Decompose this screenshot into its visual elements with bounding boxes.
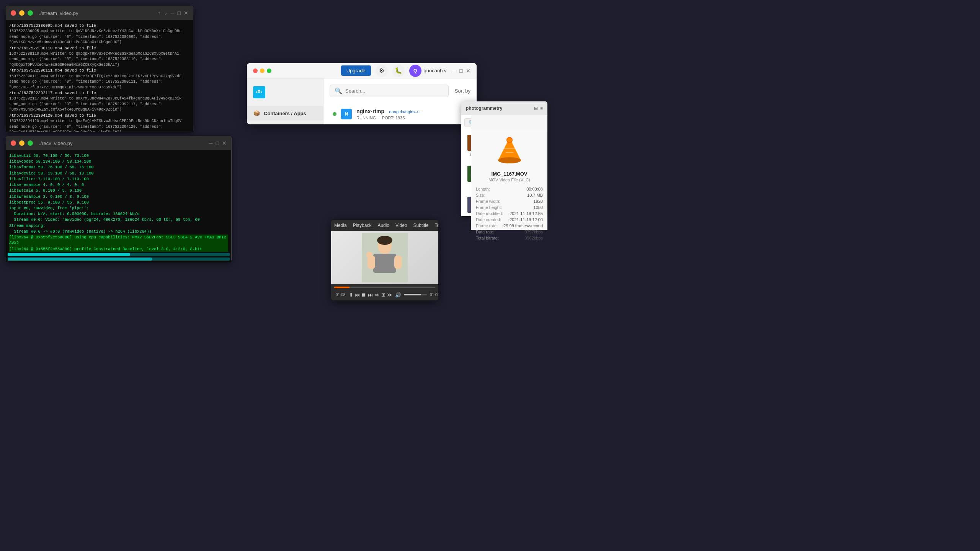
- vlc-menu-video[interactable]: Video: [395, 223, 407, 228]
- vlc-stop-button[interactable]: ⏹: [361, 290, 366, 299]
- file-detail-bitrate: Total bitrate: 9962kbps: [476, 236, 543, 240]
- upgrade-button[interactable]: Upgrade: [341, 65, 371, 76]
- file-detail-name: IMG_1167.MOV: [476, 171, 543, 177]
- win-minimize-icon[interactable]: ─: [453, 68, 457, 74]
- vlc-menu-subtitle[interactable]: Subtitle: [413, 223, 429, 228]
- terminal-tabs: + ⌄: [155, 10, 168, 16]
- vlc-button-row: 01:08 ⏸ ⏮ ⏹ ⏭ ≪ ⊞ ≫ 🔊 01:00: [334, 290, 435, 299]
- vlc-prev-button[interactable]: ⏮: [355, 290, 360, 299]
- filemanager-window[interactable]: photogrammetry ⊞ ≡ 🔍: [461, 101, 547, 216]
- terminal-restore-icon[interactable]: □: [178, 10, 181, 16]
- vlc-slow-button[interactable]: ≪: [374, 290, 380, 299]
- terminal-recv-body: libavutil 56. 70.100 / 56. 70.100 libavc…: [6, 150, 231, 252]
- maximize-button[interactable]: [28, 10, 33, 16]
- containers-icon: 📦: [253, 110, 260, 117]
- svg-point-22: [498, 157, 521, 163]
- vlc-frame-step-button[interactable]: ⊞: [381, 290, 385, 299]
- list-view-icon[interactable]: ≡: [540, 106, 543, 111]
- win-restore-icon[interactable]: □: [460, 68, 463, 74]
- filemanager-search[interactable]: 🔍: [464, 118, 471, 127]
- sidebar-item-images[interactable]: 🖼 Images: [247, 121, 323, 124]
- docker-close-button[interactable]: [253, 68, 258, 73]
- user-menu[interactable]: Q quocanh v: [409, 65, 447, 77]
- docker-search-box[interactable]: 🔍: [330, 85, 449, 97]
- docker-logo: [253, 86, 265, 98]
- terminal-stream-titlebar: ./stream_video.py + ⌄ ─ □ ✕: [6, 6, 193, 20]
- vlc-menu-media[interactable]: Media: [334, 223, 347, 228]
- user-avatar: Q: [409, 65, 421, 77]
- container-row-nginx[interactable]: N nginx-rtmp dangelo/nginx-r... RUNNING …: [330, 103, 470, 124]
- vlc-menu-audio[interactable]: Audio: [377, 223, 389, 228]
- vlc-video-area: [331, 231, 438, 284]
- svg-rect-27: [373, 254, 396, 273]
- terminal-minimize-icon[interactable]: ─: [171, 10, 175, 16]
- file-detail-panel: IMG_1167.MOV MOV Video File (VLC) Length…: [471, 129, 547, 230]
- terminal-close-icon[interactable]: ✕: [184, 10, 188, 16]
- docker-maximize-button[interactable]: [267, 68, 271, 73]
- vlc-menubar: Media Playback Audio Video Subtitle Tool…: [331, 220, 438, 231]
- terminal-restore-icon[interactable]: □: [216, 140, 219, 146]
- sidebar-item-containers[interactable]: 📦 Containers / Apps: [247, 106, 323, 121]
- win-close-icon[interactable]: ✕: [466, 68, 470, 74]
- list-item[interactable]: hc30.jpg: [466, 194, 471, 216]
- vlc-next-button[interactable]: ⏭: [368, 290, 373, 299]
- file-detail-height: Frame height: 1080: [476, 205, 543, 210]
- file-detail-datarate: Data rate: 9797kbps: [476, 230, 543, 234]
- list-item[interactable]: img25.jpg: [466, 132, 471, 160]
- list-item[interactable]: hc25.jpg: [466, 163, 471, 191]
- vlc-menu-tools[interactable]: Tools: [435, 223, 438, 228]
- file-detail-modified: Date modified: 2021-11-19 12:55: [476, 211, 543, 216]
- docker-minimize-button[interactable]: [260, 68, 265, 73]
- svg-point-29: [366, 252, 372, 258]
- vlc-volume: 🔊: [394, 290, 427, 299]
- terminal-close-icon[interactable]: ✕: [222, 140, 227, 146]
- file-list: 🔍 img25.jpg: [461, 115, 471, 216]
- vlc-time-current: 01:08: [336, 293, 345, 297]
- file-detail-framerate: Frame rate: 29.99 frames/second: [476, 223, 543, 228]
- svg-rect-8: [467, 166, 471, 182]
- svg-point-24: [507, 138, 512, 142]
- svg-rect-5: [261, 91, 262, 93]
- terminal-minimize-icon[interactable]: ─: [209, 140, 213, 146]
- grid-view-icon[interactable]: ⊞: [534, 106, 538, 111]
- docker-window[interactable]: Upgrade ⚙ 🐛 Q quocanh v ─ □ ✕: [247, 63, 477, 124]
- search-input[interactable]: [345, 88, 444, 94]
- container-tag: dangelo/nginx-r...: [389, 109, 421, 114]
- container-status-indicator: [333, 112, 336, 116]
- minimize-button[interactable]: [19, 140, 24, 146]
- sort-by-button[interactable]: Sort by: [455, 88, 470, 94]
- close-button[interactable]: [11, 140, 16, 146]
- terminal-recv-window[interactable]: ./recv_video.py ─ □ ✕ libavutil 56. 70.1…: [6, 136, 232, 262]
- terminal-stream-window[interactable]: ./stream_video.py + ⌄ ─ □ ✕ /tmp/1637522…: [6, 6, 193, 132]
- search-icon: 🔍: [469, 120, 471, 125]
- vlc-mute-button[interactable]: 🔊: [394, 290, 402, 299]
- close-button[interactable]: [11, 10, 16, 16]
- vlc-volume-bar[interactable]: [404, 294, 427, 295]
- vlc-controls: 01:08 ⏸ ⏮ ⏹ ⏭ ≪ ⊞ ≫ 🔊 01:00: [331, 284, 438, 300]
- svg-rect-2: [259, 91, 260, 93]
- terminal-recv-titlebar: ./recv_video.py ─ □ ✕: [6, 136, 231, 150]
- minimize-button[interactable]: [19, 10, 24, 16]
- bug-icon-button[interactable]: 🐛: [392, 65, 405, 77]
- docker-search-header: 🔍 Sort by: [330, 85, 470, 97]
- maximize-button[interactable]: [28, 140, 33, 146]
- terminal-title: ./recv_video.py: [39, 140, 206, 146]
- file-detail-created: Date created: 2021-11-19 12:00: [476, 217, 543, 222]
- file-grid: img25.jpg hc25.jpg: [464, 130, 468, 216]
- svg-rect-1: [258, 91, 259, 93]
- settings-icon-button[interactable]: ⚙: [376, 65, 388, 77]
- file-detail-length: Length: 00:00:08: [476, 187, 543, 191]
- vlc-pause-button[interactable]: ⏸: [348, 290, 353, 299]
- svg-rect-0: [256, 91, 257, 93]
- terminal-title: ./stream_video.py: [39, 10, 152, 16]
- filemanager-titlebar: photogrammetry ⊞ ≡: [461, 101, 547, 115]
- file-detail-width: Frame width: 1920: [476, 199, 543, 204]
- vlc-fast-button[interactable]: ≫: [387, 290, 392, 299]
- vlc-progress-bar[interactable]: [334, 287, 435, 288]
- vlc-time-total: 01:00: [430, 293, 438, 297]
- vlc-window[interactable]: Media Playback Audio Video Subtitle Tool…: [331, 220, 438, 300]
- vlc-icon: [494, 134, 525, 168]
- vlc-menu-playback[interactable]: Playback: [353, 223, 372, 228]
- video-content: [331, 231, 438, 284]
- svg-rect-3: [258, 90, 259, 91]
